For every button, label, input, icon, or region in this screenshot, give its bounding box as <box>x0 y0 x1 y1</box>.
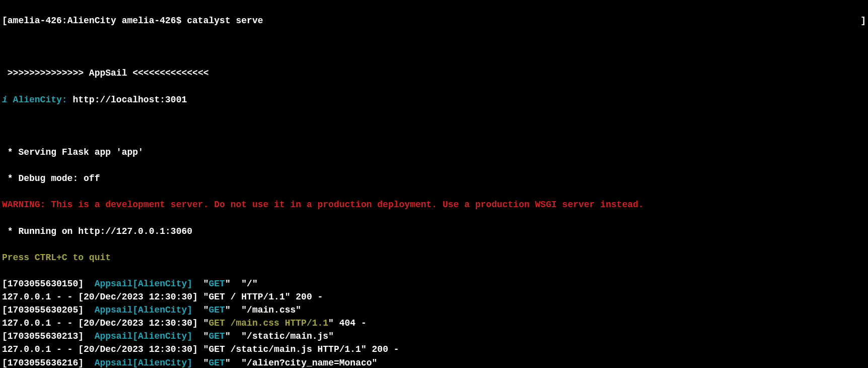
flask-debug-line: * Debug mode: off <box>2 172 866 185</box>
timestamp: [1703055630213] <box>2 331 95 341</box>
access-request: GET / HTTP/1.1 <box>208 292 284 302</box>
access-log-line: 127.0.0.1 - - [20/Dec/2023 12:30:30] "GE… <box>2 343 866 356</box>
banner-title: AppSail <box>89 68 127 78</box>
timestamp: [1703055636216] <box>2 358 95 368</box>
appsail-log-line: [1703055630205] Appsail[AlienCity] "GET"… <box>2 303 866 317</box>
appsail-tag: Appsail[AlienCity] <box>95 331 192 341</box>
appsail-tag: Appsail[AlienCity] <box>95 305 192 315</box>
prompt-line: [amelia-426:AlienCity amelia-426$ cataly… <box>2 14 866 27</box>
access-suffix: " 200 - <box>361 344 399 354</box>
request-path: /alien?city_name=Monaco <box>247 358 372 368</box>
command-text: catalyst serve <box>181 16 263 26</box>
appsail-tag: Appsail[AlienCity] <box>95 279 192 289</box>
http-method: GET <box>208 331 225 341</box>
http-method: GET <box>208 305 225 315</box>
request-path: /main.css <box>247 305 296 315</box>
access-suffix: " 404 - <box>328 318 367 328</box>
appsail-tag: Appsail[AlienCity] <box>95 358 192 368</box>
quit-instruction: Press CTRL+C to quit <box>2 251 866 264</box>
access-log-line: 127.0.0.1 - - [20/Dec/2023 12:30:30] "GE… <box>2 317 866 330</box>
flask-serving-line: * Serving Flask app 'app' <box>2 146 866 159</box>
info-line: i AlienCity: http://localhost:3001 <box>2 93 866 106</box>
request-path: / <box>247 279 252 289</box>
banner-prefix: >>>>>>>>>>>>>> <box>2 68 89 78</box>
timestamp: [1703055630150] <box>2 279 95 289</box>
banner-suffix: <<<<<<<<<<<<<< <box>127 68 208 78</box>
appsail-banner: >>>>>>>>>>>>>> AppSail <<<<<<<<<<<<<< <box>2 67 866 80</box>
appsail-log-line: [1703055636216] Appsail[AlienCity] "GET"… <box>2 356 866 368</box>
open-bracket: [ <box>2 16 8 26</box>
appsail-log-line: [1703055630150] Appsail[AlienCity] "GET"… <box>2 277 866 290</box>
access-request: GET /static/main.js HTTP/1.1 <box>208 344 360 354</box>
access-prefix: 127.0.0.1 - - [20/Dec/2023 12:30:30] " <box>2 318 208 328</box>
request-path: /static/main.js <box>247 331 328 341</box>
blank-line <box>2 40 866 53</box>
app-name: AlienCity: <box>8 95 73 105</box>
http-method: GET <box>208 358 225 368</box>
blank-line <box>2 119 866 133</box>
access-prefix: 127.0.0.1 - - [20/Dec/2023 12:30:30] " <box>2 292 208 302</box>
shell-prompt: amelia-426:AlienCity amelia-426$ <box>8 16 182 26</box>
local-url: http://localhost:3001 <box>73 95 187 105</box>
access-prefix: 127.0.0.1 - - [20/Dec/2023 12:30:30] " <box>2 344 208 354</box>
close-bracket: ] <box>860 14 866 27</box>
info-icon: i <box>2 95 8 105</box>
flask-running-line: * Running on http://127.0.0.1:3060 <box>2 225 866 238</box>
http-method: GET <box>208 279 225 289</box>
appsail-log-line: [1703055630213] Appsail[AlienCity] "GET"… <box>2 330 866 343</box>
timestamp: [1703055630205] <box>2 305 95 315</box>
access-request: GET /main.css HTTP/1.1 <box>208 318 328 328</box>
terminal-output[interactable]: [amelia-426:AlienCity amelia-426$ cataly… <box>0 0 868 368</box>
access-log-line: 127.0.0.1 - - [20/Dec/2023 12:30:30] "GE… <box>2 290 866 303</box>
warning-line: WARNING: This is a development server. D… <box>2 198 866 211</box>
access-suffix: " 200 - <box>285 292 323 302</box>
